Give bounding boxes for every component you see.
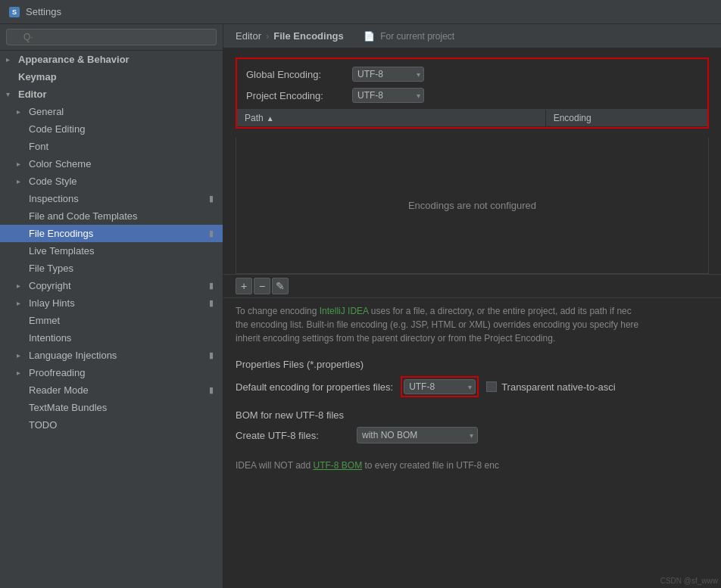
sidebar-item-language-injections[interactable]: Language Injections▮: [0, 347, 223, 364]
info-line-2: the encoding list. Built-in file encodin…: [236, 318, 709, 331]
breadcrumb: Editor › File Encodings 📄 For current pr…: [223, 24, 721, 48]
props-section-title: Properties Files (*.properties): [236, 359, 709, 370]
encoding-toolbar: + − ✎: [223, 274, 721, 297]
sidebar-item-textmate-bundles[interactable]: TextMate Bundles: [0, 399, 223, 416]
empty-table-text: Encodings are not configured: [408, 200, 536, 211]
content-area: Editor › File Encodings 📄 For current pr…: [223, 24, 721, 588]
app-icon: S: [9, 7, 20, 17]
search-box: 🔍: [0, 24, 223, 51]
transparent-label: Transparent native-to-asci: [501, 381, 616, 393]
item-copy-icon: ▮: [209, 298, 214, 308]
remove-button[interactable]: −: [254, 278, 270, 294]
bom-section-title: BOM for new UTF-8 files: [236, 409, 709, 421]
sidebar-item-inspections[interactable]: Inspections▮: [0, 190, 223, 207]
project-encoding-row: Project Encoding: UTF-8 UTF-16 ISO-8859-…: [246, 88, 698, 103]
sidebar-item-label: TODO: [29, 419, 57, 431]
search-input[interactable]: [6, 29, 217, 45]
sidebar-item-keymap[interactable]: Keymap: [0, 68, 223, 86]
sidebar-item-copyright[interactable]: Copyright▮: [0, 277, 223, 294]
sort-icon: ▲: [267, 114, 274, 123]
chevron-right-icon: [17, 351, 26, 359]
encoding-section: Global Encoding: UTF-8 UTF-16 ISO-8859-1…: [236, 58, 709, 129]
sidebar-item-todo[interactable]: TODO: [0, 416, 223, 434]
global-encoding-select-wrapper: UTF-8 UTF-16 ISO-8859-1: [352, 67, 424, 82]
edit-button[interactable]: ✎: [272, 278, 289, 294]
sidebar-item-label: Live Templates: [29, 245, 94, 257]
sidebar-item-color-scheme[interactable]: Color Scheme: [0, 155, 223, 173]
sidebar-item-label: General: [29, 106, 64, 117]
add-button[interactable]: +: [236, 278, 252, 294]
bom-select[interactable]: with NO BOM with BOM with BOM (all): [357, 427, 478, 443]
info-text: To change encoding IntelliJ IDEA uses fo…: [223, 297, 721, 351]
sidebar-item-general[interactable]: General: [0, 103, 223, 120]
sidebar-item-label: Copyright: [29, 280, 71, 291]
title-bar: S Settings: [0, 0, 721, 24]
chevron-right-icon: [17, 177, 26, 185]
global-encoding-select[interactable]: UTF-8 UTF-16 ISO-8859-1: [352, 67, 424, 82]
sidebar-item-file-types[interactable]: File Types: [0, 260, 223, 277]
path-table-header: Path ▲ Encoding: [237, 109, 707, 127]
sidebar-item-editor[interactable]: Editor: [0, 86, 223, 103]
idea-note: IDEA will NOT add UTF-8 BOM to every cre…: [223, 456, 721, 475]
info-line-3: inherit encoding settings from the paren…: [236, 331, 709, 345]
item-copy-icon: ▮: [209, 350, 214, 360]
chevron-right-icon: [17, 299, 26, 307]
sidebar-item-label: Editor: [18, 89, 47, 100]
chevron-right-icon: [17, 282, 26, 290]
sidebar-item-code-style[interactable]: Code Style: [0, 173, 223, 190]
sidebar-item-appearance[interactable]: Appearance & Behavior: [0, 51, 223, 68]
breadcrumb-separator: ›: [266, 30, 269, 42]
bom-row: Create UTF-8 files: with NO BOM with BOM…: [236, 427, 709, 443]
chevron-right-icon: [17, 107, 26, 116]
sidebar-item-label: File and Code Templates: [29, 210, 138, 222]
sidebar-item-live-templates[interactable]: Live Templates: [0, 242, 223, 260]
item-copy-icon: ▮: [209, 194, 214, 204]
sidebar-item-emmet[interactable]: Emmet: [0, 312, 223, 329]
sidebar-item-label: File Types: [29, 263, 73, 274]
utf8-bom-link[interactable]: UTF-8 BOM: [313, 460, 362, 471]
sidebar-item-label: File Encodings: [29, 228, 93, 239]
sidebar-item-label: Proofreading: [29, 367, 85, 378]
sidebar-item-inlay-hints[interactable]: Inlay Hints▮: [0, 294, 223, 312]
sidebar-item-label: TextMate Bundles: [29, 402, 107, 413]
sidebar-item-label: Inspections: [29, 193, 79, 204]
bom-section: BOM for new UTF-8 files Create UTF-8 fil…: [223, 409, 721, 456]
props-select-box: UTF-8 UTF-16 ISO-8859-1: [401, 376, 479, 397]
app-title: Settings: [26, 6, 61, 17]
props-encoding-select[interactable]: UTF-8 UTF-16 ISO-8859-1: [404, 379, 476, 394]
encoding-column-header: Encoding: [546, 110, 707, 126]
breadcrumb-project-note: 📄 For current project: [364, 31, 454, 42]
main-layout: 🔍 Appearance & BehaviorKeymapEditorGener…: [0, 24, 721, 588]
chevron-right-icon: [17, 160, 26, 168]
intellij-highlight: IntelliJ IDEA: [320, 306, 369, 316]
path-column-header: Path ▲: [237, 110, 546, 126]
sidebar-item-font[interactable]: Font: [0, 138, 223, 155]
sidebar-item-label: Emmet: [29, 315, 60, 326]
transparent-checkbox[interactable]: [486, 381, 497, 392]
sidebar-item-label: Code Editing: [29, 123, 85, 135]
global-encoding-row: Global Encoding: UTF-8 UTF-16 ISO-8859-1: [246, 67, 698, 82]
sidebar-item-proofreading[interactable]: Proofreading: [0, 364, 223, 381]
content-body: Global Encoding: UTF-8 UTF-16 ISO-8859-1…: [223, 48, 721, 588]
transparent-checkbox-row: Transparent native-to-asci: [486, 381, 616, 393]
props-default-label: Default encoding for properties files:: [236, 381, 393, 393]
sidebar-item-label: Code Style: [29, 176, 77, 187]
sidebar-item-file-code-templates[interactable]: File and Code Templates: [0, 207, 223, 225]
chevron-right-icon: [17, 369, 26, 377]
sidebar-item-reader-mode[interactable]: Reader Mode▮: [0, 381, 223, 399]
sidebar-items-container: Appearance & BehaviorKeymapEditorGeneral…: [0, 51, 223, 434]
sidebar-item-file-encodings[interactable]: File Encodings▮: [0, 225, 223, 242]
sidebar-item-code-editing[interactable]: Code Editing: [0, 120, 223, 138]
bom-create-label: Create UTF-8 files:: [236, 430, 349, 441]
info-line-1: To change encoding IntelliJ IDEA uses fo…: [236, 304, 709, 318]
breadcrumb-current: File Encodings: [273, 30, 343, 42]
path-table-body: Encodings are not configured: [236, 138, 709, 274]
sidebar-item-intentions[interactable]: Intentions: [0, 329, 223, 347]
chevron-down-icon: [6, 90, 15, 98]
project-encoding-label: Project Encoding:: [246, 90, 345, 101]
sidebar-item-label: Keymap: [18, 71, 57, 82]
props-section: Properties Files (*.properties) Default …: [223, 351, 721, 409]
global-encoding-label: Global Encoding:: [246, 69, 345, 80]
props-encoding-row: Default encoding for properties files: U…: [236, 376, 709, 397]
project-encoding-select[interactable]: UTF-8 UTF-16 ISO-8859-1: [352, 88, 424, 103]
